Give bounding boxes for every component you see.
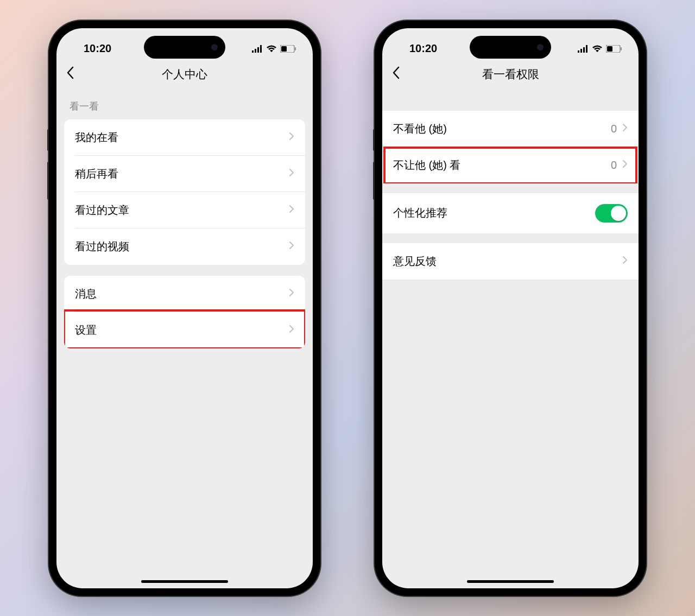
home-indicator[interactable]	[467, 580, 554, 583]
dynamic-island	[144, 36, 225, 59]
list-item-label: 我的在看	[75, 130, 118, 145]
navigation-bar: 个人中心	[56, 60, 313, 89]
svg-rect-3	[260, 45, 262, 53]
chevron-right-icon	[289, 168, 294, 180]
front-camera	[537, 44, 544, 50]
chevron-right-icon	[289, 205, 294, 216]
chevron-right-icon	[622, 123, 628, 135]
list-item-watched-videos[interactable]: 看过的视频	[64, 228, 305, 265]
status-time: 10:20	[84, 42, 111, 55]
list-item-settings[interactable]: 设置	[64, 312, 305, 348]
chevron-right-icon	[622, 160, 628, 171]
list-item-value: 0	[611, 159, 617, 172]
cellular-signal-icon	[578, 45, 589, 53]
list-item-label: 个性化推荐	[393, 206, 447, 220]
list-item-label: 稍后再看	[75, 167, 118, 181]
list-item-read-articles[interactable]: 看过的文章	[64, 192, 305, 228]
home-indicator[interactable]	[141, 580, 228, 583]
svg-rect-10	[586, 45, 587, 53]
svg-rect-5	[281, 46, 287, 52]
cellular-signal-icon	[252, 45, 263, 53]
navigation-bar: 看一看权限	[382, 60, 639, 89]
svg-rect-6	[295, 47, 296, 50]
dynamic-island	[470, 36, 551, 59]
list-group-recommendation: 个性化推荐	[382, 193, 639, 233]
chevron-right-icon	[289, 325, 294, 336]
svg-rect-7	[578, 50, 579, 53]
list-item-feedback[interactable]: 意见反馈	[382, 243, 639, 280]
svg-rect-12	[607, 46, 612, 52]
chevron-right-icon	[289, 288, 294, 300]
back-button[interactable]	[392, 66, 400, 82]
list-item-label: 设置	[75, 323, 97, 338]
list-group-settings: 消息 设置	[64, 276, 305, 348]
chevron-right-icon	[622, 256, 628, 267]
list-item-value: 0	[611, 123, 617, 135]
toggle-switch[interactable]	[595, 204, 628, 223]
list-item-label: 不让他 (她) 看	[393, 158, 460, 173]
list-item-label: 消息	[75, 287, 97, 301]
page-title: 看一看权限	[391, 67, 630, 82]
chevron-right-icon	[289, 132, 294, 143]
wifi-icon	[266, 45, 277, 53]
svg-rect-2	[257, 47, 259, 53]
list-group-reading: 我的在看 稍后再看 看过的文章 看过的视频	[64, 119, 305, 265]
list-group-feedback: 意见反馈	[382, 243, 639, 280]
list-group-privacy: 不看他 (她) 0 不让他 (她) 看 0	[382, 111, 639, 183]
list-item-my-reading[interactable]: 我的在看	[64, 119, 305, 156]
list-item-dont-let-see[interactable]: 不让他 (她) 看 0	[382, 147, 639, 183]
page-title: 个人中心	[65, 67, 304, 82]
status-time: 10:20	[409, 42, 437, 55]
list-item-label: 看过的视频	[75, 239, 129, 254]
status-icons	[578, 45, 622, 53]
chevron-right-icon	[289, 241, 294, 252]
battery-icon	[606, 45, 622, 53]
content-area: 不看他 (她) 0 不让他 (她) 看 0	[382, 89, 639, 280]
battery-icon	[280, 45, 296, 53]
list-item-label: 意见反馈	[393, 254, 437, 269]
svg-rect-13	[621, 47, 622, 50]
svg-rect-8	[580, 49, 582, 53]
back-button[interactable]	[66, 66, 74, 82]
phone-screen: 10:20 看一看权限 不看	[382, 28, 639, 588]
phone-mockup-right: 10:20 看一看权限 不看	[375, 21, 646, 596]
list-item-right: 0	[611, 123, 628, 135]
svg-rect-1	[255, 49, 256, 53]
list-item-read-later[interactable]: 稍后再看	[64, 156, 305, 192]
list-item-label: 不看他 (她)	[393, 122, 447, 136]
list-item-right: 0	[611, 159, 628, 172]
list-item-label: 看过的文章	[75, 203, 129, 218]
phone-screen: 10:20 个人中心 看一看 我	[56, 28, 313, 588]
front-camera	[211, 44, 218, 50]
list-item-personalized-recommend[interactable]: 个性化推荐	[382, 193, 639, 233]
svg-rect-9	[583, 47, 585, 53]
svg-rect-0	[252, 50, 254, 53]
list-item-dont-see[interactable]: 不看他 (她) 0	[382, 111, 639, 147]
phone-mockup-left: 10:20 个人中心 看一看 我	[49, 21, 320, 596]
wifi-icon	[592, 45, 603, 53]
list-item-messages[interactable]: 消息	[64, 276, 305, 312]
section-header: 看一看	[56, 89, 313, 119]
status-icons	[252, 45, 296, 53]
